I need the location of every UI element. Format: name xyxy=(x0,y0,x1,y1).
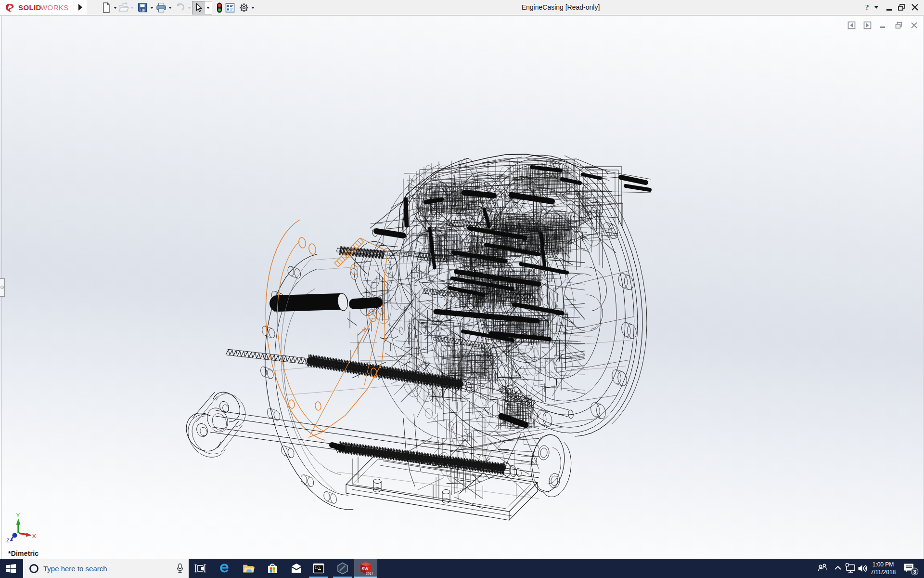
edge-icon xyxy=(218,562,231,575)
mail-button[interactable] xyxy=(286,559,307,578)
cortana-icon xyxy=(29,564,39,574)
task-view-icon xyxy=(193,562,207,575)
doc-minimize-button[interactable] xyxy=(879,21,887,29)
store-button[interactable] xyxy=(262,559,283,578)
restore-icon xyxy=(895,21,903,29)
edge-button[interactable] xyxy=(214,559,235,578)
solidworks-window: SOLID WORKS xyxy=(0,0,924,578)
print-icon xyxy=(155,1,167,14)
microphone-icon[interactable] xyxy=(176,563,184,574)
help-glyph: ? xyxy=(865,3,869,11)
open-dropdown[interactable] xyxy=(130,6,134,10)
graphics-area[interactable]: Y X Z *Dimetric xyxy=(0,16,924,559)
traffic-light-icon xyxy=(214,1,225,14)
network-display-icon xyxy=(845,563,857,574)
doc-dock-right-button[interactable] xyxy=(863,21,872,29)
brand-solid-text: SOLID xyxy=(18,3,41,12)
options-form-button[interactable] xyxy=(224,1,236,14)
doc-close-button[interactable] xyxy=(910,21,918,29)
store-icon xyxy=(266,562,279,575)
help-dropdown[interactable] xyxy=(871,2,882,13)
close-button[interactable] xyxy=(910,2,920,13)
clock-time: 1:00 PM xyxy=(868,561,898,568)
volume-icon xyxy=(857,563,869,574)
network-button[interactable] xyxy=(845,563,857,576)
solidworks-taskbar-button[interactable]: SW 2017 xyxy=(354,559,377,578)
tray-expand-button[interactable] xyxy=(834,565,842,573)
save-icon xyxy=(137,1,148,14)
orientation-triad: Y X Z xyxy=(0,510,43,546)
sw-version-badge: 2017 xyxy=(366,572,373,575)
solidworks-logo: SOLID WORKS xyxy=(0,0,74,15)
open-button[interactable] xyxy=(118,1,129,14)
select-cursor-icon xyxy=(192,1,204,14)
hexagon-app-icon xyxy=(336,562,349,575)
document-title: EngineCasing [Read-only] xyxy=(289,0,833,15)
windows-taskbar: C:\_ SW 2017 xyxy=(0,559,924,578)
undo-icon xyxy=(174,1,186,14)
panel-tab-dot-icon xyxy=(0,286,4,289)
chevron-up-icon xyxy=(834,565,842,571)
volume-button[interactable] xyxy=(857,563,869,576)
app-titlebar: SOLID WORKS xyxy=(0,0,924,15)
new-document-button[interactable] xyxy=(101,1,112,14)
minimize-button[interactable] xyxy=(884,2,894,13)
solidworks-logo-icon: SOLID WORKS xyxy=(3,2,74,13)
save-dropdown[interactable] xyxy=(150,6,154,10)
doc-restore-button[interactable] xyxy=(895,21,903,29)
file-explorer-icon xyxy=(242,562,255,575)
print-dropdown[interactable] xyxy=(168,6,172,10)
triad-x-label: X xyxy=(32,533,36,539)
select-tool-button[interactable] xyxy=(192,1,205,14)
mail-icon xyxy=(290,562,303,575)
undo-dropdown[interactable] xyxy=(187,6,192,10)
windows-logo-icon xyxy=(6,564,16,573)
minimize-icon xyxy=(879,21,887,29)
chevron-down-icon xyxy=(871,2,882,13)
flyout-arrow-icon xyxy=(77,3,83,11)
people-button[interactable] xyxy=(816,563,829,576)
dock-left-icon xyxy=(847,21,856,29)
taskbar-search[interactable] xyxy=(23,559,189,578)
doc-dock-left-button[interactable] xyxy=(847,21,856,29)
select-dropdown[interactable] xyxy=(206,6,210,10)
new-document-dropdown[interactable] xyxy=(113,6,117,10)
notification-count-badge: 3 xyxy=(913,569,916,575)
settings-gear-icon xyxy=(238,1,250,14)
save-button[interactable] xyxy=(137,1,148,14)
restore-icon xyxy=(896,2,907,13)
action-center-button[interactable]: 3 xyxy=(903,563,919,578)
sw-cube-label: SW xyxy=(362,566,369,571)
settings-dropdown[interactable] xyxy=(251,6,255,10)
view-orientation-label: *Dimetric xyxy=(8,550,38,557)
task-view-button[interactable] xyxy=(190,559,211,578)
command-prompt-button[interactable]: C:\_ xyxy=(308,559,329,578)
taskbar-clock[interactable]: 1:00 PM 7/11/2018 xyxy=(868,561,898,576)
command-prompt-icon: C:\_ xyxy=(312,562,325,575)
solidworks-app-icon: SW 2017 xyxy=(359,561,373,576)
cmd-prompt-text: C:\_ xyxy=(315,566,322,570)
undo-button[interactable] xyxy=(174,1,186,14)
menu-flyout-button[interactable] xyxy=(74,0,87,15)
feature-panel-collapsed-tab[interactable] xyxy=(0,278,5,297)
print-button[interactable] xyxy=(155,1,167,14)
triad-z-label: Z xyxy=(6,538,10,543)
document-window-controls xyxy=(842,21,918,30)
interference-check-button[interactable] xyxy=(214,1,225,14)
options-form-icon xyxy=(224,1,236,14)
settings-button[interactable] xyxy=(238,1,250,14)
start-button[interactable] xyxy=(0,559,23,578)
search-input[interactable] xyxy=(43,559,178,578)
brand-works-text: WORKS xyxy=(40,3,69,12)
restore-button[interactable] xyxy=(896,2,907,13)
dock-right-icon xyxy=(863,21,872,29)
hexagon-app-button[interactable] xyxy=(332,559,353,578)
triad-y-label: Y xyxy=(16,512,20,518)
file-explorer-button[interactable] xyxy=(238,559,259,578)
wireframe-model[interactable] xyxy=(0,16,924,559)
action-center-icon: 3 xyxy=(903,563,919,576)
close-icon xyxy=(910,2,920,13)
close-icon xyxy=(910,21,918,29)
new-document-icon xyxy=(101,1,112,14)
people-icon xyxy=(816,563,829,574)
